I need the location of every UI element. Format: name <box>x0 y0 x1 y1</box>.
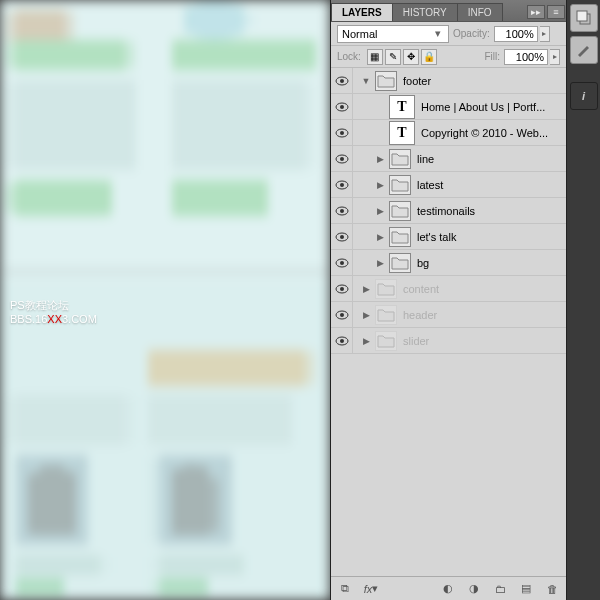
tab-info[interactable]: INFO <box>457 3 503 21</box>
blend-mode-value: Normal <box>342 28 377 40</box>
layer-name[interactable]: latest <box>417 179 566 191</box>
layer-row[interactable]: TCopyright © 2010 - Web... <box>331 120 566 146</box>
layer-row[interactable]: THome | About Us | Portf... <box>331 94 566 120</box>
fill-input[interactable]: 100% <box>504 49 548 65</box>
lock-all-icon[interactable]: 🔒 <box>421 49 437 65</box>
lock-position-icon[interactable]: ✥ <box>403 49 419 65</box>
text-layer-icon: T <box>389 95 415 119</box>
watermark-line2: BBS.16XX3.COM <box>10 313 97 325</box>
layer-name[interactable]: Home | About Us | Portf... <box>421 101 566 113</box>
svg-point-3 <box>340 105 344 109</box>
layer-mask-icon[interactable]: ◐ <box>438 580 458 598</box>
svg-point-7 <box>340 157 344 161</box>
disclosure-right-icon[interactable]: ▶ <box>373 258 387 268</box>
layer-row[interactable]: ▶latest <box>331 172 566 198</box>
opacity-dropdown-icon[interactable]: ▸ <box>540 26 550 42</box>
panel-menu-icon[interactable]: ≡ <box>547 5 565 19</box>
disclosure-right-icon[interactable]: ▶ <box>359 310 373 320</box>
delete-layer-icon[interactable]: 🗑 <box>542 580 562 598</box>
panel-tabbar: LAYERS HISTORY INFO ▸▸ ≡ <box>331 0 566 22</box>
visibility-toggle[interactable] <box>331 198 353 224</box>
opacity-label: Opacity: <box>453 28 490 39</box>
layer-row[interactable]: ▶content <box>331 276 566 302</box>
visibility-toggle[interactable] <box>331 146 353 172</box>
visibility-toggle[interactable] <box>331 68 353 94</box>
layer-row[interactable]: ▶bg <box>331 250 566 276</box>
layer-name[interactable]: testimonails <box>417 205 566 217</box>
visibility-toggle[interactable] <box>331 276 353 302</box>
svg-point-9 <box>340 183 344 187</box>
visibility-toggle[interactable] <box>331 224 353 250</box>
tab-history[interactable]: HISTORY <box>392 3 458 21</box>
svg-point-15 <box>340 261 344 265</box>
layer-row[interactable]: ▶slider <box>331 328 566 354</box>
panel-collapse-icon[interactable]: ▸▸ <box>527 5 545 19</box>
folder-icon <box>375 71 397 91</box>
layer-row[interactable]: ▶testimonails <box>331 198 566 224</box>
visibility-toggle[interactable] <box>331 302 353 328</box>
layer-name[interactable]: header <box>403 309 566 321</box>
svg-rect-23 <box>577 11 587 21</box>
visibility-toggle[interactable] <box>331 328 353 354</box>
svg-point-1 <box>340 79 344 83</box>
folder-icon <box>375 305 397 325</box>
watermark: PS教程论坛 BBS.16XX3.COM <box>10 298 97 325</box>
layer-row[interactable]: ▼footer <box>331 68 566 94</box>
layer-list: ▼footerTHome | About Us | Portf...TCopyr… <box>331 68 566 580</box>
disclosure-right-icon[interactable]: ▶ <box>373 232 387 242</box>
lock-label: Lock: <box>337 51 361 62</box>
layer-name[interactable]: footer <box>403 75 566 87</box>
text-layer-icon: T <box>389 121 415 145</box>
layer-fx-icon[interactable]: fx▾ <box>361 580 381 598</box>
fill-dropdown-icon[interactable]: ▸ <box>550 49 560 65</box>
layer-row[interactable]: ▶header <box>331 302 566 328</box>
svg-point-19 <box>340 313 344 317</box>
folder-icon <box>389 149 411 169</box>
chevron-down-icon: ▾ <box>432 28 444 40</box>
brush-panel-icon[interactable] <box>570 36 598 64</box>
disclosure-right-icon[interactable]: ▶ <box>359 284 373 294</box>
svg-point-21 <box>340 339 344 343</box>
layer-name[interactable]: slider <box>403 335 566 347</box>
panel-footer: ⧉ fx▾ ◐ ◑ 🗀 ▤ 🗑 <box>331 576 566 600</box>
adjustment-layer-icon[interactable]: ◑ <box>464 580 484 598</box>
layer-name[interactable]: line <box>417 153 566 165</box>
folder-icon <box>389 227 411 247</box>
visibility-toggle[interactable] <box>331 94 353 120</box>
visibility-toggle[interactable] <box>331 250 353 276</box>
lock-row: Lock: ▦ ✎ ✥ 🔒 Fill: 100% ▸ <box>331 46 566 68</box>
visibility-toggle[interactable] <box>331 120 353 146</box>
disclosure-right-icon[interactable]: ▶ <box>373 180 387 190</box>
tab-layers[interactable]: LAYERS <box>331 3 393 21</box>
side-toolbar: i <box>566 0 600 600</box>
folder-icon <box>375 279 397 299</box>
blend-row: Normal ▾ Opacity: 100% ▸ <box>331 22 566 46</box>
layer-row[interactable]: ▶line <box>331 146 566 172</box>
new-layer-icon[interactable]: ▤ <box>516 580 536 598</box>
visibility-toggle[interactable] <box>331 172 353 198</box>
disclosure-right-icon[interactable]: ▶ <box>373 206 387 216</box>
info-panel-icon[interactable]: i <box>570 82 598 110</box>
layers-panel: LAYERS HISTORY INFO ▸▸ ≡ Normal ▾ Opacit… <box>330 0 566 600</box>
new-group-icon[interactable]: 🗀 <box>490 580 510 598</box>
opacity-input[interactable]: 100% <box>494 26 538 42</box>
folder-icon <box>389 253 411 273</box>
svg-point-17 <box>340 287 344 291</box>
fill-label: Fill: <box>484 51 500 62</box>
lock-transparent-icon[interactable]: ▦ <box>367 49 383 65</box>
folder-icon <box>375 331 397 351</box>
layer-name[interactable]: content <box>403 283 566 295</box>
lock-pixels-icon[interactable]: ✎ <box>385 49 401 65</box>
disclosure-right-icon[interactable]: ▶ <box>359 336 373 346</box>
disclosure-right-icon[interactable]: ▶ <box>373 154 387 164</box>
link-layers-icon[interactable]: ⧉ <box>335 580 355 598</box>
layer-name[interactable]: let's talk <box>417 231 566 243</box>
disclosure-down-icon[interactable]: ▼ <box>359 76 373 86</box>
blend-mode-select[interactable]: Normal ▾ <box>337 25 449 43</box>
layer-name[interactable]: bg <box>417 257 566 269</box>
layer-name[interactable]: Copyright © 2010 - Web... <box>421 127 566 139</box>
svg-point-5 <box>340 131 344 135</box>
color-panel-icon[interactable] <box>570 4 598 32</box>
layer-row[interactable]: ▶let's talk <box>331 224 566 250</box>
folder-icon <box>389 175 411 195</box>
